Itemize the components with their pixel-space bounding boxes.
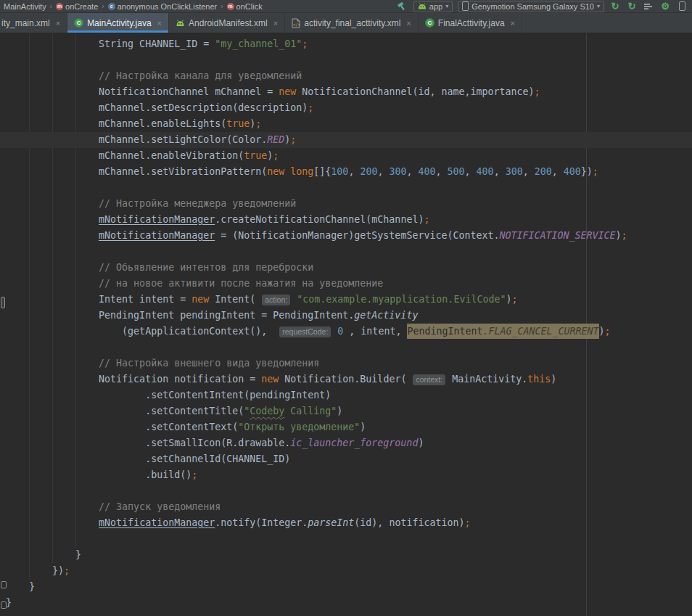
editor-tab[interactable]: ity_main.xml× <box>0 13 67 33</box>
code-line[interactable]: // Обьявление интентов для переброски <box>0 260 692 276</box>
code-line[interactable]: // Настройка менеджера уведомлений <box>0 196 692 212</box>
code-editor[interactable]: › String CHANNEL_ID = "my_channel_01"; /… <box>0 33 692 616</box>
code-line[interactable]: mChannel.setVibrationPattern(new long[]{… <box>0 164 692 180</box>
code-token: true <box>244 150 267 161</box>
code-token: , <box>523 166 535 177</box>
device-manager-icon[interactable] <box>676 1 688 12</box>
code-token: ; <box>255 118 261 129</box>
phone-icon <box>462 1 469 11</box>
close-icon[interactable]: × <box>157 19 162 28</box>
editor-tab[interactable]: </>activity_final_acttivity.xml× <box>285 13 419 33</box>
code-token: 100 <box>331 166 348 177</box>
code-line[interactable] <box>0 340 692 356</box>
parameter-hint: context: <box>413 374 445 385</box>
code-line[interactable]: mChannel.setDescription(description); <box>0 100 692 116</box>
code-token: ; <box>424 214 429 225</box>
profiler-icon[interactable] <box>643 1 654 12</box>
editor-tab[interactable]: CMainActivity.java× <box>67 13 169 33</box>
code-token: ; <box>308 102 313 113</box>
gutter-marker-icon <box>1 601 7 609</box>
breadcrumb-item[interactable]: monCreate <box>54 2 99 11</box>
code-token: mChannel.setVibrationPattern( <box>6 166 267 177</box>
code-line[interactable]: mChannel.enableLights(true); <box>0 116 692 132</box>
breadcrumb: MainActivity›monCreate›canonymous OnClic… <box>2 2 264 11</box>
code-line[interactable]: .setSmallIcon(R.drawable.ic_launcher_for… <box>0 435 692 451</box>
code-line[interactable] <box>0 244 692 260</box>
run-config-selector[interactable]: app ▾ <box>413 1 453 12</box>
code-token: ; <box>64 565 70 576</box>
code-token: 500 <box>448 166 465 177</box>
tab-label: FinalActtivity.java <box>438 18 505 28</box>
code-area[interactable]: String CHANNEL_ID = "my_channel_01"; // … <box>0 33 692 611</box>
code-line[interactable]: mChannel.enableVibration(true); <box>0 148 692 164</box>
code-line[interactable] <box>0 52 692 68</box>
breadcrumb-item[interactable]: canonymous OnClickListener <box>107 2 219 11</box>
code-line[interactable] <box>0 483 692 499</box>
apply-changes-icon[interactable]: ↻ <box>609 1 621 12</box>
build-hammer-icon[interactable] <box>397 1 408 12</box>
parameter-hint: action: <box>262 295 290 305</box>
phone-icon <box>679 1 685 11</box>
code-line[interactable]: } <box>0 595 692 611</box>
code-token: .setContentTitle( <box>6 406 244 416</box>
breadcrumb-item[interactable]: MainActivity <box>2 2 48 11</box>
close-icon[interactable]: × <box>273 19 278 28</box>
code-line[interactable]: Notification notification = new Notifica… <box>0 371 692 387</box>
code-line[interactable]: mNotificationManager.notify(Integer.pars… <box>0 515 692 531</box>
code-token: , <box>436 166 448 177</box>
code-line[interactable]: mNotificationManager = (NotificationMana… <box>0 228 692 244</box>
code-line[interactable]: } <box>0 547 692 563</box>
code-line[interactable]: .setContentTitle("Codeby Calling") <box>0 403 692 419</box>
code-token: } <box>6 597 12 608</box>
code-token: ic_launcher_foreground <box>290 438 418 448</box>
code-line[interactable] <box>0 531 692 547</box>
code-line[interactable]: // Настройка внешнего вида уведомления <box>0 356 692 371</box>
code-line[interactable] <box>0 180 692 196</box>
code-token: Notification.Builder( <box>279 374 412 385</box>
apply-code-changes-icon[interactable]: ↻ <box>626 1 638 12</box>
code-token: "my_channel_01" <box>215 38 302 49</box>
code-line[interactable]: NotificationChannel mChannel = new Notif… <box>0 84 692 100</box>
code-line[interactable]: .setChannelId(CHANNEL_ID) <box>0 451 692 467</box>
code-token: ; <box>464 517 470 528</box>
code-line[interactable]: // Настройка канала для уведомлений <box>0 68 692 84</box>
code-line[interactable]: (getApplicationContext(), requestCode: 0… <box>0 324 692 340</box>
code-token: , <box>406 166 418 177</box>
code-line[interactable]: mChannel.setLightColor(Color.RED); <box>0 132 692 148</box>
device-selector[interactable]: Genymotion Samsung Galaxy S10 ▾ <box>458 1 604 12</box>
class-icon: c <box>108 3 115 10</box>
editor-tab[interactable]: CFinalActtivity.java× <box>419 13 522 33</box>
code-line[interactable]: // на новое активити после нажатия на ув… <box>0 276 692 292</box>
close-icon[interactable]: × <box>56 19 60 28</box>
editor-tab[interactable]: AndroidManifest.xml× <box>169 13 285 33</box>
code-token: ; <box>191 469 197 480</box>
code-line[interactable]: mNotificationManager.createNotificationC… <box>0 212 692 228</box>
close-icon[interactable]: × <box>511 19 515 28</box>
code-token: long <box>290 166 313 177</box>
code-token: ) <box>551 374 556 385</box>
code-line[interactable]: .build(); <box>0 467 692 483</box>
android-studio-window: MainActivity›monCreate›canonymous OnClic… <box>0 0 692 616</box>
sync-gear-icon[interactable]: ⚙ <box>659 1 671 12</box>
breadcrumb-item[interactable]: monClick <box>226 2 264 11</box>
code-line[interactable]: }); <box>0 563 692 579</box>
device-label: Genymotion Samsung Galaxy S10 <box>471 2 594 11</box>
run-config-label: app <box>429 2 442 11</box>
parameter-hint: requestCode: <box>279 327 331 337</box>
code-line[interactable]: .setContentIntent(pendingIntent) <box>0 387 692 403</box>
code-token: .build() <box>6 469 191 480</box>
code-token: new <box>267 166 284 177</box>
code-token: }) <box>6 565 64 576</box>
code-token: ) <box>360 422 366 432</box>
method-icon: m <box>227 3 234 10</box>
code-token: Intent( <box>209 294 261 305</box>
close-icon[interactable]: × <box>406 19 411 28</box>
code-token: 400 <box>564 166 581 177</box>
code-line[interactable]: Intent intent = new Intent( action: "com… <box>0 292 692 308</box>
code-line[interactable]: .setContentText("Открыть уведомление") <box>0 419 692 435</box>
code-line[interactable]: PendingIntent pendingIntent = PendingInt… <box>0 308 692 324</box>
code-token: , intent, <box>343 326 407 337</box>
code-line[interactable]: String CHANNEL_ID = "my_channel_01"; <box>0 36 692 52</box>
code-line[interactable]: } <box>0 579 692 595</box>
code-line[interactable]: // Запуск уведомления <box>0 499 692 515</box>
